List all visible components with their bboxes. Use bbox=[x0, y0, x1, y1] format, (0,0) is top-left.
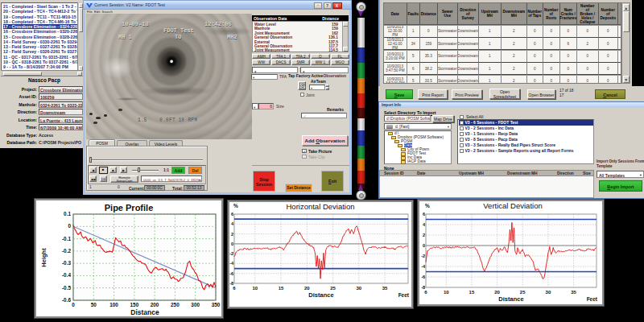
svg-text:-0.5: -0.5 bbox=[62, 285, 71, 291]
svg-text:-4: -4 bbox=[229, 261, 234, 266]
svg-text:100: 100 bbox=[109, 302, 118, 308]
svg-text:0: 0 bbox=[231, 242, 233, 246]
svg-text:%: % bbox=[233, 203, 238, 208]
svg-text:-6: -6 bbox=[229, 271, 233, 276]
svg-text:30: 30 bbox=[356, 286, 361, 291]
svg-text:-0.6: -0.6 bbox=[62, 297, 71, 303]
svg-text:6: 6 bbox=[233, 286, 236, 291]
svg-text:-0.1: -0.1 bbox=[62, 236, 71, 242]
svg-text:Distance: Distance bbox=[308, 291, 333, 299]
svg-text:10: 10 bbox=[252, 286, 258, 291]
svg-text:-0.4: -0.4 bbox=[62, 272, 71, 278]
svg-text:300: 300 bbox=[191, 302, 200, 308]
svg-text:350: 350 bbox=[212, 302, 221, 308]
svg-text:-0.3: -0.3 bbox=[62, 260, 71, 266]
svg-text:Height: Height bbox=[40, 248, 47, 267]
svg-text:35: 35 bbox=[382, 286, 388, 291]
svg-text:Distance: Distance bbox=[130, 308, 159, 316]
svg-text:-4: -4 bbox=[421, 264, 426, 269]
svg-text:10: 10 bbox=[444, 290, 449, 295]
svg-text:35: 35 bbox=[571, 290, 576, 295]
svg-text:-6: -6 bbox=[421, 275, 425, 279]
svg-text:0: 0 bbox=[72, 302, 75, 308]
svg-text:4: 4 bbox=[423, 222, 426, 227]
svg-text:0: 0 bbox=[423, 243, 425, 248]
svg-text:-2: -2 bbox=[229, 251, 233, 256]
svg-text:6: 6 bbox=[424, 290, 427, 295]
svg-text:15: 15 bbox=[469, 290, 475, 295]
svg-text:30: 30 bbox=[546, 290, 551, 295]
svg-text:150: 150 bbox=[130, 302, 139, 308]
svg-text:Horizontal Deviation: Horizontal Deviation bbox=[286, 202, 354, 211]
svg-text:2: 2 bbox=[231, 232, 233, 237]
svg-text:Vertical Deviation: Vertical Deviation bbox=[483, 201, 542, 210]
svg-text:20: 20 bbox=[304, 286, 310, 291]
svg-text:Feet: Feet bbox=[398, 292, 410, 298]
svg-text:50: 50 bbox=[91, 302, 97, 308]
svg-text:6: 6 bbox=[423, 212, 425, 217]
svg-text:Distance: Distance bbox=[498, 295, 523, 303]
svg-text:-2: -2 bbox=[421, 254, 425, 258]
svg-text:0: 0 bbox=[68, 223, 71, 229]
svg-text:20: 20 bbox=[494, 290, 500, 295]
svg-text:25: 25 bbox=[520, 290, 526, 295]
svg-text:Pipe Profile: Pipe Profile bbox=[105, 203, 154, 213]
svg-text:15: 15 bbox=[279, 286, 284, 291]
svg-text:%: % bbox=[425, 203, 430, 208]
svg-text:-0.2: -0.2 bbox=[62, 248, 71, 254]
svg-text:25: 25 bbox=[330, 286, 336, 291]
svg-text:250: 250 bbox=[171, 302, 180, 308]
svg-text:6: 6 bbox=[231, 212, 233, 217]
svg-text:Feet: Feet bbox=[587, 296, 598, 302]
svg-text:2: 2 bbox=[423, 233, 425, 237]
svg-text:0.1: 0.1 bbox=[64, 211, 71, 217]
svg-text:4: 4 bbox=[231, 221, 234, 226]
svg-text:200: 200 bbox=[151, 302, 159, 308]
